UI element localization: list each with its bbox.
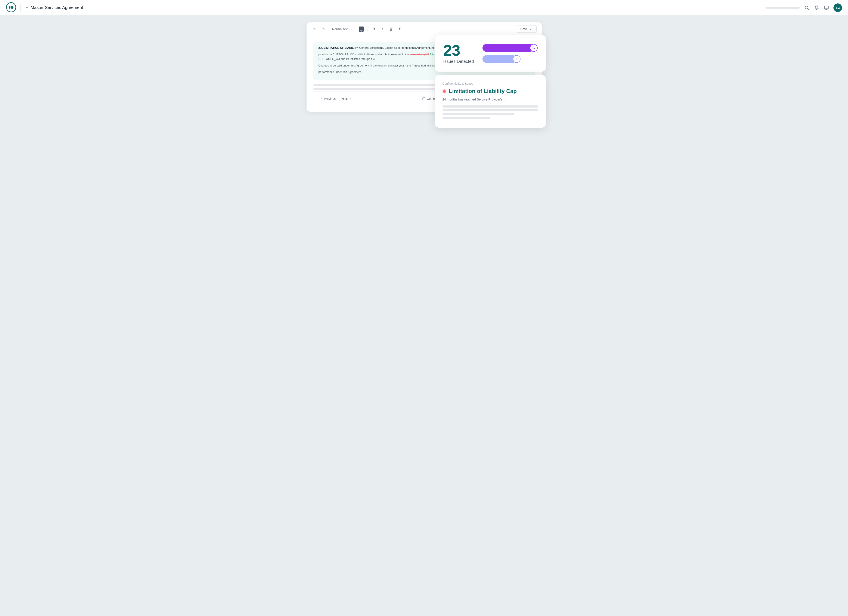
- monitor-icon[interactable]: [824, 5, 829, 10]
- toolbar: Normal text B / U S Save: [307, 22, 542, 36]
- back-arrow-icon: ←: [25, 5, 29, 10]
- right-panel: 23 Issues Detected 17 6: [435, 35, 546, 128]
- issue-skeleton-4: [442, 117, 491, 119]
- main-content: Normal text B / U S Save: [0, 15, 848, 616]
- issue-category: Confidentiality & Scope: [442, 82, 538, 85]
- issues-label: Issues Detected: [443, 59, 474, 64]
- issue-detail-card: Confidentiality & Scope Limitation of Li…: [435, 75, 546, 128]
- next-button[interactable]: Next: [340, 96, 353, 101]
- issue-title-row: Limitation of Liability Cap: [442, 88, 538, 95]
- issues-count-block: 23 Issues Detected: [443, 43, 474, 64]
- issue-skeleton-1: [442, 105, 538, 108]
- svg-line-2: [808, 9, 808, 9]
- text-style-dropdown[interactable]: Normal text: [330, 26, 356, 32]
- italic-button[interactable]: /: [380, 26, 385, 32]
- pagination-controls: Previous Next: [319, 96, 353, 101]
- issues-detected-card: 23 Issues Detected 17 6: [435, 35, 546, 72]
- issue-skeleton-2: [442, 109, 538, 111]
- bar-purple: 17: [482, 44, 534, 52]
- issue-severity-dot: [442, 89, 446, 93]
- notification-icon[interactable]: [814, 5, 819, 10]
- content-wrapper: Normal text B / U S Save: [307, 22, 542, 111]
- bar-blue: 6: [482, 55, 517, 63]
- header-search-placeholder: [765, 7, 800, 9]
- back-button[interactable]: ← Master Services Agreement: [25, 5, 83, 10]
- redo-button[interactable]: [321, 26, 326, 32]
- bold-button[interactable]: B: [371, 26, 377, 32]
- text-style-label: Normal text: [332, 27, 348, 31]
- save-button[interactable]: Save: [516, 25, 536, 33]
- strikethrough-button[interactable]: S: [397, 26, 403, 32]
- undo-button[interactable]: [312, 26, 317, 32]
- logo: [6, 2, 16, 13]
- issue-description: 24 months has reached Service Provider's…: [442, 97, 538, 102]
- underline-button[interactable]: U: [388, 26, 394, 32]
- bar-row-2: 6: [482, 55, 537, 63]
- header-icons: SG: [804, 3, 842, 12]
- bar-row-1: 17: [482, 44, 537, 52]
- page-title: Master Services Agreement: [31, 5, 83, 10]
- issues-bars: 17 6: [482, 44, 537, 63]
- app-header: ← Master Services Agreement SG: [0, 0, 848, 15]
- color-picker-button[interactable]: [359, 27, 364, 32]
- toolbar-divider: [367, 27, 368, 32]
- bar-badge-2: 6: [513, 55, 520, 63]
- previous-button[interactable]: Previous: [319, 96, 337, 101]
- issue-title: Limitation of Liability Cap: [449, 88, 517, 95]
- svg-rect-3: [824, 6, 828, 9]
- user-avatar[interactable]: SG: [833, 3, 842, 12]
- search-icon[interactable]: [804, 5, 809, 10]
- svg-rect-6: [423, 98, 425, 100]
- svg-point-1: [805, 6, 808, 9]
- issue-skeleton-3: [442, 113, 514, 115]
- issues-number: 23: [443, 43, 460, 58]
- bar-badge-1: 17: [530, 44, 538, 52]
